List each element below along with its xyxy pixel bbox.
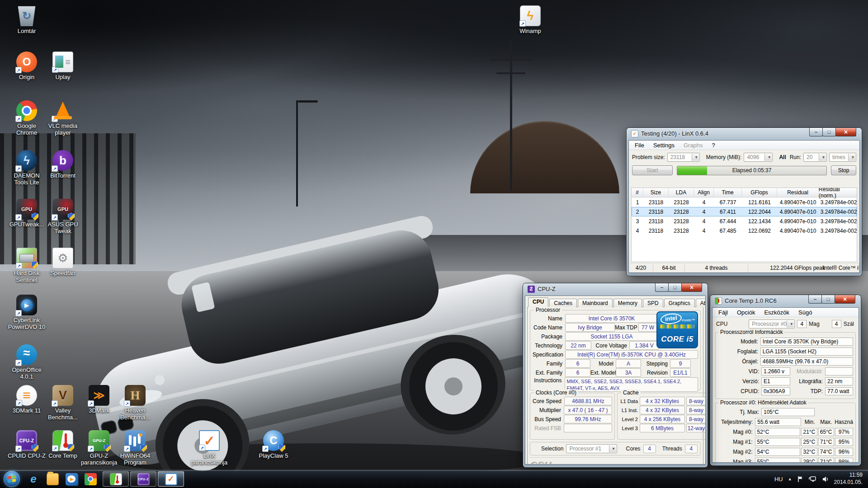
desktop-icon-label: ASUS GPU Tweak <box>43 221 82 235</box>
rated-fsb-label: Rated FSB <box>533 425 564 432</box>
desktop-icon[interactable]: VLC media player <box>43 100 82 136</box>
desktop-icon[interactable]: HWiNFO64 Program <box>116 430 155 466</box>
desktop-icon[interactable]: CyberLink PowerDVD 10 <box>7 295 46 330</box>
menu-item[interactable]: Fájl <box>714 309 732 316</box>
taskbar-app-icon[interactable] <box>62 471 81 487</box>
tab[interactable]: Mainboard <box>578 299 613 307</box>
threads-label: Threads <box>662 446 682 452</box>
taskbar-running-app[interactable] <box>158 471 184 487</box>
desktop-icon[interactable]: GPUTweak... <box>7 199 46 228</box>
desktop-icon[interactable]: GPU-Z parancsikonja <box>80 430 118 466</box>
desktop-icon[interactable]: PlayClaw 5 <box>254 430 293 460</box>
desktop-icon[interactable]: Uplay <box>43 52 82 81</box>
maximize-button[interactable] <box>821 295 835 304</box>
desktop-icon[interactable]: Lomtár <box>7 5 46 35</box>
taskbar-app-icon[interactable] <box>24 471 43 487</box>
statusbar-segment <box>854 263 859 272</box>
statusbar-segment: 4 threads <box>685 263 748 272</box>
column-header[interactable]: Size <box>643 188 669 197</box>
desktop-icon[interactable]: Google Chrome <box>7 100 46 136</box>
clock[interactable]: 11:59 2014.01.05. <box>834 472 863 486</box>
cell-size: 23118 <box>643 226 669 235</box>
core-usage-field: 98% <box>835 458 853 463</box>
taskbar-running-app[interactable] <box>103 471 129 487</box>
run-count-dropdown[interactable]: 20 <box>803 153 827 162</box>
taskbar-app-icon[interactable] <box>43 471 62 487</box>
language-indicator[interactable]: HU <box>774 476 783 483</box>
column-header[interactable]: Time <box>714 188 742 197</box>
cpuz-footer: CPU-Z Ver. 1.67.1.x64 Tools ▾ Validate O… <box>530 457 701 465</box>
tab[interactable]: Memory <box>613 299 642 307</box>
desktop-icon[interactable]: LinX parancsikonja <box>190 430 229 466</box>
desktop-icon-image <box>52 430 73 451</box>
tjmax-label: Tj. Max: <box>718 409 761 415</box>
frequency-label: Órajel: <box>718 358 760 365</box>
desktop-icon[interactable]: Origin <box>7 52 46 81</box>
model-label: Model <box>590 361 616 367</box>
tab[interactable]: Caches <box>549 299 577 307</box>
column-header[interactable]: GFlops <box>742 188 777 197</box>
minimize-button[interactable] <box>655 283 669 292</box>
column-header[interactable]: # <box>632 188 643 197</box>
table-row[interactable]: 2 23118 23128 4 67.411 122.2044 4.890407… <box>632 207 857 216</box>
max-tdp-label: Max TDP <box>615 324 638 331</box>
desktop-icon-label: Heaven Benchma... <box>116 408 155 421</box>
column-header[interactable]: Align <box>694 188 714 197</box>
desktop-icon[interactable]: Heaven Benchma... <box>116 385 155 421</box>
taskbar-app-icon[interactable] <box>81 471 100 487</box>
table-row[interactable]: 1 23118 23128 4 67.737 121.6161 4.890407… <box>632 197 857 207</box>
desktop-icon[interactable]: DAEMON Tools Lite <box>7 150 46 186</box>
stop-button[interactable]: Stop <box>831 165 856 175</box>
action-center-flag-icon[interactable] <box>797 476 804 483</box>
desktop-icon[interactable]: CPUID CPU-Z <box>7 430 46 460</box>
ext-family-field: 6 <box>565 368 590 377</box>
menu-item[interactable]: Eszközök <box>760 309 793 316</box>
table-row[interactable]: 3 23118 23128 4 67.444 122.1434 4.890407… <box>632 216 857 226</box>
tab[interactable]: CPU <box>528 297 548 307</box>
desktop-icon[interactable]: OpenOffice 4.0.1 <box>7 344 46 380</box>
maximize-button[interactable] <box>668 283 682 292</box>
menu-item[interactable]: Settings <box>649 141 679 149</box>
run-unit-dropdown[interactable]: times <box>829 153 856 162</box>
tab[interactable]: Graphics <box>664 299 695 307</box>
column-header[interactable]: Residual <box>777 188 819 197</box>
desktop-icon-image <box>52 52 73 72</box>
close-button[interactable] <box>835 128 856 136</box>
minimize-button[interactable] <box>809 128 823 136</box>
desktop-icon[interactable]: 3DMark 11 <box>7 385 46 414</box>
desktop-icon[interactable]: 3DMark <box>80 385 118 414</box>
menu-item[interactable]: Opciók <box>733 309 759 316</box>
core-min-field: 32°C <box>801 448 817 456</box>
close-button[interactable] <box>835 295 855 304</box>
desktop-icon[interactable]: Hard Disk Sentinel <box>7 248 46 283</box>
maximize-button[interactable] <box>822 128 836 136</box>
desktop-icon[interactable]: BitTorrent <box>43 150 82 179</box>
linx-window-icon <box>631 130 638 137</box>
core-voltage-field: 1.384 V <box>629 341 659 350</box>
cell-residual-norm: 3.249784e-002 <box>819 207 857 216</box>
column-header[interactable]: Residual (norm.) <box>819 188 857 197</box>
column-header[interactable]: LDA <box>669 188 694 197</box>
taskbar-running-app[interactable] <box>130 471 156 487</box>
start-button[interactable] <box>4 471 20 487</box>
desktop-icon[interactable]: Speedfan <box>43 248 82 277</box>
menu-item[interactable]: Súgó <box>794 309 816 316</box>
desktop-icon[interactable]: ASUS GPU Tweak <box>43 199 82 235</box>
hidden-icons-chevron[interactable]: ▲ <box>788 477 792 481</box>
tab[interactable]: SPD <box>643 299 663 307</box>
minimize-button[interactable] <box>808 295 822 304</box>
desktop-icon[interactable]: Valley Benchma... <box>43 385 82 421</box>
table-row[interactable]: 4 23118 23128 4 67.485 122.0692 4.890407… <box>632 226 857 235</box>
desktop-icon[interactable]: Core Temp <box>43 430 82 460</box>
model-label: Modell: <box>718 338 760 345</box>
menu-item[interactable]: Graphs <box>679 141 707 149</box>
desktop-icon[interactable]: Winamp <box>511 5 550 35</box>
menu-item[interactable]: File <box>631 141 648 149</box>
core-max-field: 65°C <box>818 428 834 436</box>
close-button[interactable] <box>681 283 702 292</box>
network-icon[interactable] <box>809 476 817 483</box>
menu-item[interactable]: ? <box>708 141 719 149</box>
tab[interactable]: About <box>696 299 706 307</box>
app-icon <box>85 473 97 485</box>
volume-icon[interactable] <box>822 476 829 483</box>
